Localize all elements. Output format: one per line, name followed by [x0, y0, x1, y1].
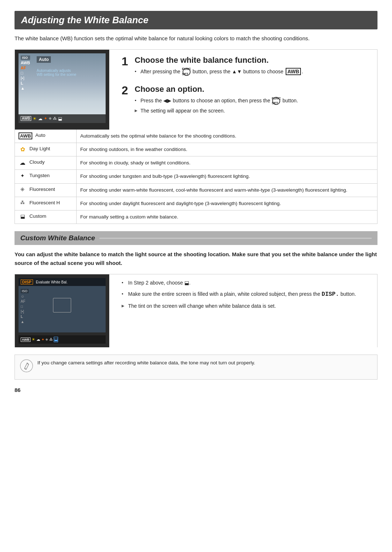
step-1: 1 Choose the white balance function. Aft… [122, 56, 371, 78]
wb-label-fluorescent: Fluorescent [29, 187, 55, 192]
cam2-custom-selected: ⬓ [54, 337, 58, 342]
disp-button-label: DISP. [322, 291, 339, 298]
cam2-sun: ☀ [32, 337, 35, 342]
cam2-af: AF [21, 299, 29, 303]
wb-label-daylight: Day Light [29, 146, 50, 151]
cam2-bottom-bar: AWB ☀ ☁ ✦ ⁜ ⁂ ⬓ [19, 335, 106, 344]
custom-wb-step-2: Make sure the entire screen is filled wi… [122, 290, 371, 299]
camera-screen-1: ISO AWB AF □ [•] L ▲ Auto Automatically … [15, 50, 109, 130]
wb-row-custom: ⬓ Custom For manually setting a custom w… [15, 210, 377, 224]
cam-auto-label: Auto Automatically adjusts WB setting fo… [37, 56, 104, 77]
cam-l-item: L [21, 81, 30, 85]
steps-area: 1 Choose the white balance function. Aft… [118, 50, 377, 130]
cam2-iso: ISO [21, 289, 29, 293]
awb-icon: AWB [19, 132, 32, 139]
custom-wb-intro: You can adjust the white balance to matc… [15, 250, 377, 267]
wb-desc-fluorescent: For shooting under warm-white fluorescen… [77, 184, 377, 197]
page-number: 86 [15, 387, 377, 393]
step-1-content: Choose the white balance function. After… [135, 56, 303, 78]
cam-bottom-icons: AWB ☀ ☁ ✦ ⁜ ⁂ ⬓ [19, 114, 106, 123]
title-bar-line [99, 238, 372, 239]
wb-label-cloudy: Cloudy [29, 159, 45, 165]
camera-screen-inner-2: DISP Evaluate White Bal. ISO ☺ AF □ [•] … [19, 278, 106, 332]
wb-options-table: AWB Auto Automatically sets the optimal … [15, 130, 377, 224]
custom-choose-icon: ⬓ [184, 280, 189, 286]
top-section: ISO AWB AF □ [•] L ▲ Auto Automatically … [15, 49, 377, 130]
wb-cell-icon-fluorescent: ⁜ Fluorescent [15, 184, 77, 197]
step-1-bullet-1: After pressing the FUNCSET button, press… [135, 68, 303, 76]
note-box: If you change camera settings after reco… [15, 355, 377, 380]
cam2-l: L [21, 315, 29, 319]
svg-point-0 [20, 360, 33, 372]
wb-cell-icon-daylight: ✿ Day Light [15, 143, 77, 156]
camera-screen-inner-1: ISO AWB AF □ [•] L ▲ Auto Automatically … [19, 53, 106, 123]
disp-instruction: Evaluate White Bal. [36, 280, 68, 284]
cloud-wb-icon: ☁ [19, 159, 26, 166]
cam-fluor2-icon: ⁂ [53, 116, 57, 120]
cam2-bulb: ✦ [41, 338, 44, 342]
wb-desc-cloudy: For shooting in cloudy, shady or twiligh… [77, 156, 377, 169]
step-1-heading: Choose the white balance function. [135, 56, 303, 65]
cam-bracket-item: [•] [21, 76, 30, 80]
wb-label-tungsten: Tungsten [29, 173, 50, 178]
camera-menu-overlay: ISO AWB AF □ [•] L ▲ Auto Automatically … [19, 53, 106, 123]
cam-cloud-icon: ☁ [38, 116, 42, 121]
step-2-bullets: Press the ◀▶ buttons to choose an option… [135, 97, 298, 115]
cam-4-item: ▲ [21, 86, 30, 90]
wb-row-fluorescent-h: ⁂ Fluorescent H For shooting under dayli… [15, 197, 377, 210]
step-2: 2 Choose an option. Press the ◀▶ buttons… [122, 85, 371, 117]
wb-cell-icon-tungsten: ✦ Tungsten [15, 170, 77, 183]
cam-iso-icon: ISO [21, 56, 30, 60]
cam-awb-badge: AWB [21, 116, 31, 121]
wb-row-fluorescent: ⁜ Fluorescent For shooting under warm-wh… [15, 184, 377, 197]
cam2-side-icons: ISO ☺ AF □ [•] L ▲ [21, 289, 29, 324]
cam-fluor1-icon: ⁜ [49, 116, 52, 120]
wb-label-custom: Custom [29, 213, 46, 219]
wb-desc-tungsten: For shooting under tungsten and bulb-typ… [77, 170, 377, 183]
wb-desc-fluorescent-h: For shooting under daylight fluorescent … [77, 197, 377, 210]
page-title: Adjusting the White Balance [21, 15, 371, 26]
step-1-number: 1 [122, 56, 130, 67]
bottom-steps: In Step 2 above, choose ⬓. Make sure the… [118, 274, 377, 347]
wb-desc-custom: For manually setting a custom white bala… [77, 210, 377, 224]
note-text: If you change camera settings after reco… [37, 359, 255, 367]
step-2-bullet-2: The setting will appear on the screen. [135, 107, 298, 115]
func-btn-2: FUNCSET [272, 97, 280, 105]
func-btn-1: FUNCSET [183, 68, 191, 76]
tungsten-wb-icon: ✦ [19, 173, 26, 179]
sun-wb-icon: ✿ [19, 146, 26, 153]
wb-cell-icon-fluorescent-h: ⁂ Fluorescent H [15, 197, 77, 210]
cam2-awb-badge: AWB [21, 338, 30, 342]
cam-auto-sub2: WB setting for the scene [37, 73, 104, 77]
intro-text: The white balance (WB) function sets the… [15, 34, 377, 43]
page-title-bar: Adjusting the White Balance [15, 11, 377, 29]
cam-custom-icon: ⬓ [58, 116, 62, 121]
custom-wb-steps-list: In Step 2 above, choose ⬓. Make sure the… [122, 279, 371, 310]
cam-sun-icon: ☀ [33, 116, 37, 121]
cam2-bracket: [•] [21, 310, 29, 314]
cam-square-item: □ [21, 71, 30, 75]
fluor-h-wb-icon: ⁂ [19, 200, 26, 205]
wb-cell-icon-custom: ⬓ Custom [15, 210, 77, 224]
cam-awb-item: AWB [21, 61, 30, 65]
custom-wb-icon: ⬓ [19, 213, 26, 219]
cam-bulb-icon: ✦ [44, 116, 47, 121]
custom-wb-title: Custom White Balance [20, 234, 95, 242]
cam-auto-text: Auto [37, 56, 51, 63]
wb-row-tungsten: ✦ Tungsten For shooting under tungsten a… [15, 170, 377, 183]
bottom-section: DISP Evaluate White Bal. ISO ☺ AF □ [•] … [15, 274, 377, 347]
wb-label-auto: Auto [35, 132, 45, 138]
disp-bar: DISP Evaluate White Bal. [19, 278, 106, 286]
cam2-sq: □ [21, 304, 29, 308]
step-2-content: Choose an option. Press the ◀▶ buttons t… [135, 85, 298, 117]
wb-desc-daylight: For shooting outdoors, in fine weather c… [77, 143, 377, 156]
wb-row-cloudy: ☁ Cloudy For shooting in cloudy, shady o… [15, 156, 377, 170]
step-2-bullet-1: Press the ◀▶ buttons to choose an option… [135, 97, 298, 105]
cam2-cloud: ☁ [36, 337, 40, 342]
wb-desc-auto: Automatically sets the optimal white bal… [77, 130, 377, 143]
cam-auto-sub1: Automatically adjusts [37, 69, 104, 73]
step-2-heading: Choose an option. [135, 85, 298, 94]
awb-badge-step1: AWB [286, 68, 301, 75]
custom-wb-step-3: The tint on the screen will change when … [122, 302, 371, 310]
wb-row-auto: AWB Auto Automatically sets the optimal … [15, 130, 377, 143]
